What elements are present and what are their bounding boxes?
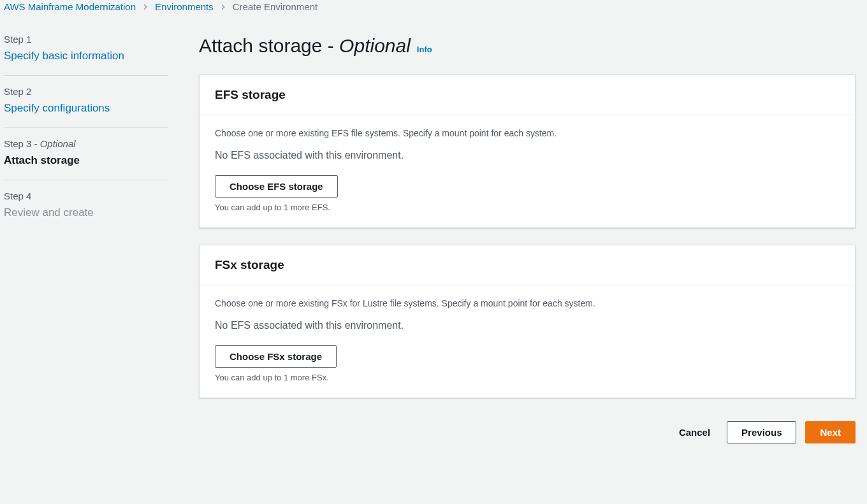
page-title: Attach storage - Optional [199,35,411,57]
cancel-button[interactable]: Cancel [671,422,718,443]
step-label: Step 2 [4,86,168,97]
previous-button[interactable]: Previous [727,421,796,443]
chevron-right-icon [220,4,226,10]
breadcrumb-service-link[interactable]: AWS Mainframe Modernization [4,1,136,12]
breadcrumb-environments-link[interactable]: Environments [155,1,214,12]
main-content: Attach storage - Optional Info EFS stora… [199,24,863,446]
breadcrumb-current: Create Environment [233,1,317,12]
efs-heading: EFS storage [215,88,840,102]
efs-description: Choose one or more existing EFS file sys… [215,128,840,138]
wizard-sidebar: Step 1 Specify basic information Step 2 … [4,24,168,446]
step-label: Step 4 [4,191,168,201]
step-title-disabled: Review and create [4,206,168,219]
choose-fsx-storage-button[interactable]: Choose FSx storage [215,345,337,368]
choose-efs-storage-button[interactable]: Choose EFS storage [215,175,338,198]
next-button[interactable]: Next [805,421,856,443]
step-title-link[interactable]: Specify configurations [4,102,168,115]
wizard-step-2[interactable]: Step 2 Specify configurations [4,76,168,128]
step-title-active: Attach storage [4,154,168,167]
breadcrumb: AWS Mainframe Modernization Environments… [4,0,863,24]
step-label: Step 3 - Optional [4,138,168,149]
wizard-step-3: Step 3 - Optional Attach storage [4,128,168,180]
fsx-description: Choose one or more existing FSx for Lust… [215,298,840,308]
efs-status: No EFS associated with this environment. [215,150,840,161]
info-link[interactable]: Info [417,45,432,54]
fsx-helper-text: You can add up to 1 more FSx. [215,373,840,382]
fsx-heading: FSx storage [215,258,840,272]
wizard-step-1[interactable]: Step 1 Specify basic information [4,24,168,76]
step-title-link[interactable]: Specify basic information [4,50,168,62]
fsx-storage-panel: FSx storage Choose one or more existing … [199,245,856,398]
efs-storage-panel: EFS storage Choose one or more existing … [199,75,856,228]
efs-helper-text: You can add up to 1 more EFS. [215,203,840,212]
chevron-right-icon [142,4,149,10]
step-label: Step 1 [4,34,168,45]
wizard-step-4: Step 4 Review and create [4,180,168,232]
wizard-footer-actions: Cancel Previous Next [199,415,856,446]
fsx-status: No EFS associated with this environment. [215,320,840,331]
